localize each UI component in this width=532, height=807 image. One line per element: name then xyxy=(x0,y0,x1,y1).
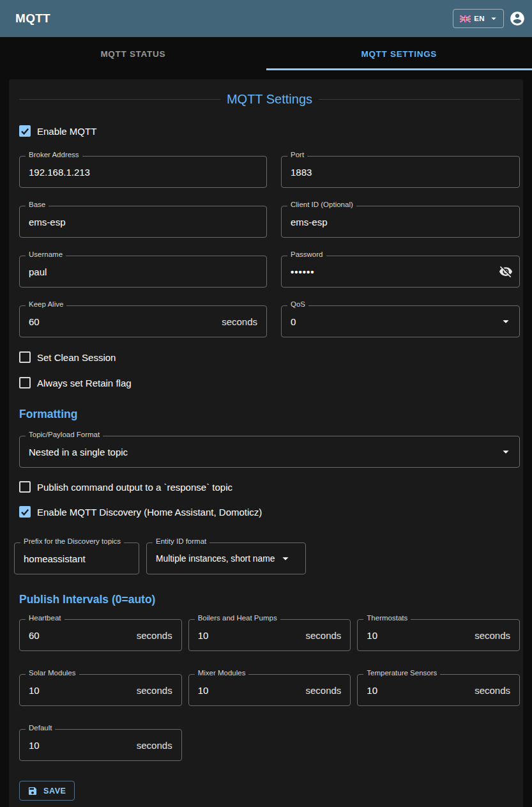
thermostats-label: Thermostats xyxy=(363,613,411,622)
settings-panel: MQTT Settings Enable MQTT Broker Address… xyxy=(9,79,523,807)
topic-format-label: Topic/Payload Format xyxy=(26,430,103,439)
temperature-sensors-suffix: seconds xyxy=(475,685,513,696)
entity-id-format-select[interactable]: Entity ID format Multiple instances, sho… xyxy=(146,538,306,574)
temperature-sensors-value: 10 xyxy=(367,685,377,696)
boilers-field[interactable]: Boilers and Heat Pumps 10seconds xyxy=(188,615,351,651)
keep-alive-suffix: seconds xyxy=(222,316,260,327)
save-icon xyxy=(27,786,38,796)
response-topic-checkbox-row[interactable]: Publish command output to a `response` t… xyxy=(19,480,520,493)
username-value: paul xyxy=(29,266,47,277)
username-label: Username xyxy=(26,250,66,259)
default-value: 10 xyxy=(29,740,40,751)
mixer-modules-label: Mixer Modules xyxy=(195,668,249,677)
default-field[interactable]: Default 10seconds xyxy=(19,725,182,761)
boilers-label: Boilers and Heat Pumps xyxy=(195,613,280,622)
enable-mqtt-checkbox-row[interactable]: Enable MQTT xyxy=(19,125,520,137)
discovery-prefix-field[interactable]: Prefix for the Discovery topics homeassi… xyxy=(14,538,139,574)
thermostats-value: 10 xyxy=(367,630,377,641)
tab-mqtt-status[interactable]: MQTT STATUS xyxy=(0,37,266,70)
qos-value: 0 xyxy=(291,316,296,327)
client-id-field[interactable]: Client ID (Optional) ems-esp xyxy=(281,201,520,238)
uk-flag-icon xyxy=(460,15,471,22)
port-label: Port xyxy=(287,150,307,159)
thermostats-suffix: seconds xyxy=(475,630,513,641)
heartbeat-suffix: seconds xyxy=(137,630,175,641)
client-id-label: Client ID (Optional) xyxy=(287,200,356,209)
heartbeat-label: Heartbeat xyxy=(26,613,65,622)
solar-modules-value: 10 xyxy=(29,685,40,696)
checkbox-checked-icon[interactable] xyxy=(19,506,31,518)
retain-flag-label: Always set Retain flag xyxy=(37,378,132,388)
keep-alive-label: Keep Alive xyxy=(26,300,66,309)
enable-mqtt-label: Enable MQTT xyxy=(37,126,96,137)
heartbeat-value: 60 xyxy=(29,630,40,641)
mixer-modules-suffix: seconds xyxy=(305,685,344,696)
save-button-label: SAVE xyxy=(43,787,66,795)
dropdown-arrow-icon xyxy=(499,314,513,328)
broker-address-field[interactable]: Broker Address 192.168.1.213 xyxy=(19,151,267,188)
base-label: Base xyxy=(26,200,49,209)
discovery-label: Enable MQTT Discovery (Home Assistant, D… xyxy=(37,507,262,518)
dropdown-arrow-icon xyxy=(499,445,513,459)
topic-format-value: Nested in a single topic xyxy=(29,447,128,457)
mixer-modules-field[interactable]: Mixer Modules 10seconds xyxy=(188,670,351,706)
tab-mqtt-settings[interactable]: MQTT SETTINGS xyxy=(266,37,532,70)
boilers-suffix: seconds xyxy=(305,630,344,641)
mixer-modules-value: 10 xyxy=(198,685,209,696)
clean-session-checkbox-row[interactable]: Set Clean Session xyxy=(19,351,520,364)
password-field[interactable]: Password •••••• xyxy=(281,251,520,288)
app-bar: MQTT EN xyxy=(0,0,532,37)
base-value: ems-esp xyxy=(29,217,66,227)
discovery-checkbox-row[interactable]: Enable MQTT Discovery (Home Assistant, D… xyxy=(19,505,520,518)
formatting-heading: Formatting xyxy=(19,407,520,421)
checkbox-unchecked-icon[interactable] xyxy=(19,377,31,388)
page-title: MQTT xyxy=(15,12,50,26)
settings-heading: MQTT Settings xyxy=(19,91,520,107)
publish-intervals-heading: Publish Intervals (0=auto) xyxy=(19,592,520,606)
temperature-sensors-label: Temperature Sensors xyxy=(363,668,440,677)
keep-alive-value: 60 xyxy=(29,316,40,327)
language-label: EN xyxy=(474,15,485,22)
password-label: Password xyxy=(287,250,326,259)
keep-alive-field[interactable]: Keep Alive 60 seconds xyxy=(19,301,267,337)
checkbox-checked-icon[interactable] xyxy=(19,125,31,137)
save-button[interactable]: SAVE xyxy=(19,781,75,801)
qos-label: QoS xyxy=(287,300,308,309)
heartbeat-field[interactable]: Heartbeat 60seconds xyxy=(19,615,182,651)
password-value: •••••• xyxy=(291,266,315,277)
default-suffix: seconds xyxy=(137,740,175,751)
response-topic-label: Publish command output to a `response` t… xyxy=(37,482,232,493)
clean-session-label: Set Clean Session xyxy=(37,352,116,363)
checkbox-unchecked-icon[interactable] xyxy=(19,351,31,363)
entity-id-format-value: Multiple instances, short name xyxy=(156,554,275,564)
qos-select[interactable]: QoS 0 xyxy=(281,301,520,337)
broker-address-value: 192.168.1.213 xyxy=(29,167,90,178)
solar-modules-suffix: seconds xyxy=(137,685,175,696)
dropdown-arrow-icon xyxy=(278,551,293,565)
active-tab-indicator xyxy=(266,68,532,70)
port-field[interactable]: Port 1883 xyxy=(281,151,520,188)
username-field[interactable]: Username paul xyxy=(19,251,267,288)
solar-modules-field[interactable]: Solar Modules 10seconds xyxy=(19,670,182,706)
language-selector[interactable]: EN xyxy=(453,9,504,28)
retain-flag-checkbox-row[interactable]: Always set Retain flag xyxy=(19,376,520,389)
port-value: 1883 xyxy=(291,167,312,178)
discovery-prefix-value: homeassistant xyxy=(24,553,86,564)
discovery-prefix-label: Prefix for the Discovery topics xyxy=(20,537,124,546)
solar-modules-label: Solar Modules xyxy=(26,668,79,677)
topic-format-select[interactable]: Topic/Payload Format Nested in a single … xyxy=(19,431,520,468)
visibility-off-icon[interactable] xyxy=(499,265,513,279)
default-label: Default xyxy=(26,723,55,732)
tab-bar: MQTT STATUS MQTT SETTINGS xyxy=(0,37,532,70)
checkbox-unchecked-icon[interactable] xyxy=(19,481,31,493)
settings-heading-text: MQTT Settings xyxy=(227,91,312,107)
account-icon[interactable] xyxy=(509,10,526,27)
boilers-value: 10 xyxy=(198,630,209,641)
chevron-down-icon xyxy=(488,13,499,24)
client-id-value: ems-esp xyxy=(291,217,328,227)
broker-address-label: Broker Address xyxy=(26,150,82,159)
base-field[interactable]: Base ems-esp xyxy=(19,201,267,238)
thermostats-field[interactable]: Thermostats 10seconds xyxy=(357,615,520,651)
entity-id-format-label: Entity ID format xyxy=(153,537,209,546)
temperature-sensors-field[interactable]: Temperature Sensors 10seconds xyxy=(357,670,520,706)
